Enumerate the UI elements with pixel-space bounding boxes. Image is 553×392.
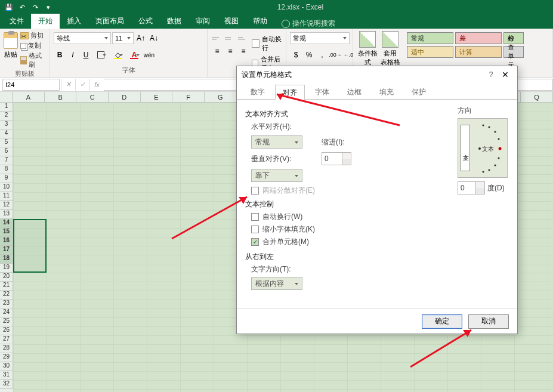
col-head[interactable]: F <box>172 92 205 102</box>
tab-formulas[interactable]: 公式 <box>131 14 160 29</box>
row-head[interactable]: 23 <box>0 300 13 308</box>
font-color-button[interactable]: A <box>126 49 142 61</box>
tab-insert[interactable]: 插入 <box>60 14 88 29</box>
cell-styles-gallery[interactable]: 常规 差 好 适中 计算 检查单元 <box>407 30 524 58</box>
row-head[interactable]: 18 <box>0 255 13 264</box>
col-head[interactable]: C <box>76 92 109 102</box>
align-bottom-button[interactable] <box>237 32 249 44</box>
row-head[interactable]: 2 <box>0 112 13 121</box>
tab-review[interactable]: 审阅 <box>189 14 217 29</box>
cancel-formula-icon[interactable]: ✕ <box>61 79 75 91</box>
style-calc[interactable]: 计算 <box>455 46 502 58</box>
row-head[interactable]: 29 <box>0 353 13 362</box>
row-head[interactable]: 11 <box>0 192 13 201</box>
row-head[interactable]: 12 <box>0 201 13 210</box>
row-head[interactable]: 26 <box>0 326 13 335</box>
col-head[interactable]: G <box>205 92 237 102</box>
style-normal[interactable]: 常规 <box>407 32 453 44</box>
orientation-vertical-text[interactable]: 文本 <box>461 125 470 171</box>
row-head[interactable]: 4 <box>0 129 13 138</box>
row-head[interactable]: 24 <box>0 308 13 317</box>
bold-button[interactable]: B <box>54 49 66 61</box>
row-head[interactable]: 8 <box>0 165 13 174</box>
comma-button[interactable]: , <box>316 49 328 61</box>
dialog-titlebar[interactable]: 设置单元格格式 ? ✕ <box>237 66 517 83</box>
row-head[interactable]: 17 <box>0 246 13 255</box>
decrease-font-button[interactable]: A↓ <box>148 32 160 44</box>
style-check[interactable]: 检查单元 <box>503 46 524 58</box>
italic-button[interactable]: I <box>67 49 79 61</box>
tab-data[interactable]: 数据 <box>160 14 189 29</box>
save-icon[interactable]: 💾 <box>5 3 13 11</box>
copy-button[interactable]: 复制 <box>20 41 46 50</box>
tab-help[interactable]: 帮助 <box>246 14 274 29</box>
row-head[interactable]: 3 <box>0 121 13 129</box>
undo-icon[interactable]: ↶ <box>18 3 26 11</box>
align-middle-button[interactable] <box>224 32 236 44</box>
style-bad[interactable]: 差 <box>455 32 502 44</box>
row-head[interactable]: 22 <box>0 291 13 300</box>
number-format-combo[interactable]: 常规 <box>290 32 350 44</box>
paste-button[interactable]: 粘贴 <box>4 30 18 59</box>
align-center-button[interactable]: ≡ <box>224 45 236 57</box>
help-icon[interactable]: ? <box>484 70 498 79</box>
row-head[interactable]: 16 <box>0 237 13 246</box>
row-head[interactable]: 27 <box>0 335 13 344</box>
select-all-corner[interactable] <box>0 92 13 102</box>
format-painter-button[interactable]: 格式刷 <box>20 51 46 69</box>
col-head[interactable]: A <box>13 92 45 102</box>
close-icon[interactable]: ✕ <box>498 70 512 79</box>
increase-font-button[interactable]: A↑ <box>135 32 147 44</box>
col-head[interactable]: D <box>109 92 141 102</box>
row-head[interactable]: 19 <box>0 264 13 273</box>
fx-icon[interactable]: fx <box>89 79 104 91</box>
indent-spinner[interactable]: 0 <box>322 152 351 165</box>
text-direction-combo[interactable]: 根据内容 <box>251 277 302 290</box>
fill-color-button[interactable]: ◇ <box>110 49 125 61</box>
enter-formula-icon[interactable]: ✓ <box>75 79 89 91</box>
align-top-button[interactable] <box>211 32 223 44</box>
redo-icon[interactable]: ↷ <box>31 3 39 11</box>
decrease-decimal-button[interactable]: ←.0 <box>342 49 354 61</box>
col-head[interactable]: Q <box>521 92 553 102</box>
row-head[interactable]: 7 <box>0 156 13 165</box>
cut-button[interactable]: ✂剪切 <box>20 31 46 40</box>
row-head[interactable]: 5 <box>0 138 13 147</box>
row-head[interactable]: 13 <box>0 210 13 219</box>
row-head[interactable]: 15 <box>0 228 13 237</box>
style-neutral[interactable]: 适中 <box>407 46 453 58</box>
orientation-dial[interactable]: 文本 文本 <box>458 118 508 178</box>
font-name-combo[interactable]: 等线 <box>54 32 111 44</box>
tell-me[interactable]: 操作说明搜索 <box>282 18 335 29</box>
col-head[interactable]: B <box>45 92 77 102</box>
align-left-button[interactable]: ≡ <box>211 45 223 57</box>
v-align-combo[interactable]: 靠下 <box>251 169 302 182</box>
underline-button[interactable]: U <box>80 49 92 61</box>
name-box[interactable]: I24 <box>2 79 60 91</box>
row-head[interactable]: 6 <box>0 147 13 156</box>
increase-decimal-button[interactable]: .00→ <box>329 49 341 61</box>
row-head[interactable]: 21 <box>0 282 13 291</box>
phonetic-guide-button[interactable]: wén <box>143 49 155 61</box>
border-button[interactable] <box>93 49 109 61</box>
degree-spinner[interactable]: 0 <box>458 181 485 195</box>
row-head[interactable]: 31 <box>0 371 13 380</box>
dlg-tab-protection[interactable]: 保护 <box>404 84 434 99</box>
orientation-arc[interactable]: 文本 <box>474 124 503 172</box>
row-head[interactable]: 14 <box>0 219 13 228</box>
align-right-button[interactable]: ≡ <box>237 45 249 57</box>
row-head[interactable]: 32 <box>0 380 13 389</box>
row-head[interactable]: 1 <box>0 103 13 112</box>
row-head[interactable]: 10 <box>0 183 13 192</box>
font-size-combo[interactable]: 11 <box>112 32 134 44</box>
row-head[interactable]: 20 <box>0 273 13 282</box>
col-head[interactable]: E <box>141 92 173 102</box>
row-head[interactable]: 28 <box>0 344 13 353</box>
tab-view[interactable]: 视图 <box>217 14 246 29</box>
tab-home[interactable]: 开始 <box>31 14 60 29</box>
tab-layout[interactable]: 页面布局 <box>88 14 131 29</box>
row-head[interactable]: 9 <box>0 174 13 183</box>
wrap-text-button[interactable]: 自动换行 <box>252 35 282 53</box>
tab-file[interactable]: 文件 <box>2 14 31 29</box>
qat-customize-icon[interactable]: ▾ <box>44 3 52 11</box>
